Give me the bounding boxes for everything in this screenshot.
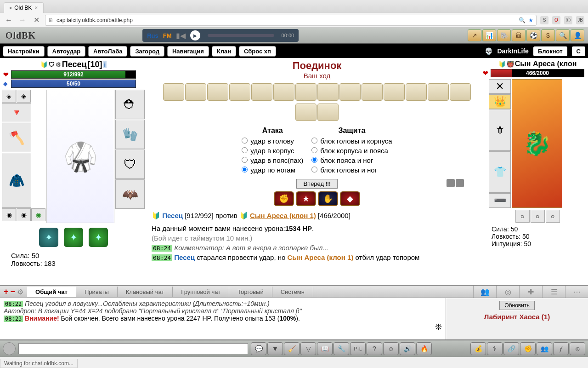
menu-nav[interactable]: Навигация	[167, 46, 209, 57]
bag-icon[interactable]: 💰	[470, 342, 486, 355]
chat-tab-general[interactable]: Общий чат	[27, 287, 76, 297]
slot-r-misc2[interactable]: ○	[531, 210, 545, 223]
username[interactable]: DarkInLife	[497, 47, 528, 55]
rune-4[interactable]: ◆	[340, 191, 360, 206]
star-icon[interactable]: ★	[528, 17, 533, 23]
top-icon-ball[interactable]: ⚽	[526, 29, 540, 41]
ext-icon-s[interactable]: S	[540, 16, 548, 24]
staff-icon[interactable]: ⚕	[487, 342, 503, 355]
browser-tab[interactable]: ▫ Old BK ×	[4, 2, 44, 13]
vs-player1[interactable]: Песец	[162, 212, 183, 219]
slot-necklace[interactable]: 🔻	[2, 103, 31, 122]
attack-option-1[interactable]: удар в корпус	[242, 147, 294, 155]
seek-bar[interactable]	[208, 34, 274, 37]
slot-gloves[interactable]: 🧤	[115, 120, 145, 149]
rune-2[interactable]: ★	[296, 191, 316, 206]
slot-weapon[interactable]: 🪓	[2, 123, 31, 152]
location-name[interactable]: Лабиринт Хаоса (1)	[449, 313, 585, 321]
stop-button[interactable]: ✕	[31, 15, 41, 25]
skill-1[interactable]: ✦	[39, 228, 58, 247]
chat-tab-system[interactable]: Системн	[272, 287, 313, 297]
demon-icon[interactable]: 👹	[507, 61, 514, 68]
funnel-icon[interactable]: ▽	[300, 342, 316, 355]
top-icon-bank[interactable]: 🏛	[512, 29, 526, 41]
top-icon-chart[interactable]: ↗	[468, 29, 481, 41]
menu-clan[interactable]: Клан	[212, 46, 236, 57]
slot-r-misc1[interactable]: ○	[515, 210, 530, 223]
slot-ring1[interactable]: ◉	[2, 208, 16, 221]
brush-icon[interactable]: 🧹	[284, 342, 300, 355]
group-icon[interactable]: 👥	[537, 342, 552, 355]
attack-option-0[interactable]: удар в голову	[242, 137, 294, 145]
refresh-button[interactable]: Обновить	[499, 301, 534, 310]
slot-armor[interactable]: 🧥	[2, 153, 31, 208]
link-icon[interactable]: 🔗	[503, 342, 519, 355]
slot-earring-l[interactable]: ◈	[2, 90, 16, 103]
chat-send-icon[interactable]: 💬	[251, 342, 266, 355]
shield-toggle-2[interactable]	[456, 179, 464, 187]
top-icon-search[interactable]: 🔍	[556, 29, 570, 41]
clan-icon[interactable]: 🛡	[49, 61, 55, 68]
slot-ring2[interactable]: ◉	[17, 208, 31, 221]
chat-input[interactable]	[18, 343, 248, 354]
chat-tab-clan[interactable]: Клановый чат	[118, 287, 173, 297]
ext-icon-jb[interactable]: JB	[576, 16, 584, 24]
play-button[interactable]: ▶	[190, 30, 200, 40]
smile-icon[interactable]: ☺	[383, 342, 399, 355]
exit-icon[interactable]: ⎋	[570, 342, 585, 355]
top-icon-beast[interactable]: 🐘	[497, 29, 511, 41]
chat-tab-trade[interactable]: Торговый	[229, 287, 272, 297]
rune-1[interactable]: ✊	[274, 191, 294, 206]
pl-icon[interactable]: P↓L	[350, 342, 366, 355]
chat-tab-private[interactable]: Приваты	[76, 287, 118, 297]
shield-toggle-1[interactable]	[447, 179, 455, 187]
top-icon-user[interactable]: 👤	[571, 29, 584, 41]
slot-r-weapon[interactable]: 🗡	[489, 109, 511, 151]
menu-outcity[interactable]: Загород	[130, 46, 164, 57]
game-logo[interactable]: OldBK	[0, 30, 41, 41]
fist-icon[interactable]: ✊	[520, 342, 536, 355]
ext-icon-h[interactable]: Ⓗ	[564, 16, 572, 24]
defense-option-3[interactable]: блок головы и ног	[311, 166, 377, 174]
defense-option-0[interactable]: блок головы и корпуса	[311, 137, 392, 145]
gear-icon[interactable]: ⚙	[17, 288, 23, 296]
skill-2[interactable]: ✦	[64, 228, 83, 247]
vs-player2[interactable]: Сын Ареса (клон 1)	[250, 212, 316, 219]
filter-icon[interactable]: ▼	[267, 342, 283, 355]
slot-r-belt[interactable]: ➖	[489, 193, 511, 208]
add-tab-button[interactable]: +	[4, 287, 9, 297]
back-button[interactable]: ←	[4, 15, 14, 25]
menu-resethp[interactable]: Сброс хп	[239, 46, 276, 57]
align-icon[interactable]: 🔰	[498, 61, 506, 68]
slot-r-misc3[interactable]: ○	[546, 210, 560, 223]
slot-ring3[interactable]: ◉	[31, 208, 45, 221]
menu-settings[interactable]: Настройки	[3, 46, 45, 57]
notepad-button[interactable]: Блокнот	[533, 46, 567, 56]
player-right-name[interactable]: Сын Ареса (клон	[515, 60, 577, 68]
side-tab-people[interactable]: 👥	[473, 286, 496, 298]
side-tab-more[interactable]: ⋯	[565, 286, 588, 298]
align-icon[interactable]: 🔰	[40, 61, 48, 68]
avatar[interactable]	[3, 342, 16, 355]
character-portrait-left[interactable]	[46, 90, 114, 223]
ext-icon-opera[interactable]: O	[552, 16, 560, 24]
player-left-name[interactable]: Песец	[62, 60, 87, 69]
forum-icon[interactable]: 𝑓	[553, 342, 569, 355]
chat-tab-group[interactable]: Групповой чат	[173, 287, 229, 297]
chat-log[interactable]: 08:22 Песец угодил в ловушку...Ослаблены…	[0, 298, 446, 339]
character-portrait-right[interactable]	[512, 79, 562, 208]
slot-r-neck[interactable]: ✕	[489, 79, 511, 94]
rune-3[interactable]: ✋	[318, 191, 338, 206]
defense-option-2[interactable]: блок пояса и ног	[311, 156, 373, 164]
sound-icon[interactable]: 🔊	[400, 342, 415, 355]
top-icon-stats[interactable]: 📊	[482, 29, 496, 41]
attack-option-2[interactable]: удар в пояс(пах)	[242, 156, 303, 164]
slot-helmet[interactable]: ⛑	[115, 90, 145, 119]
top-icon-coin[interactable]: $	[541, 29, 555, 41]
info-icon[interactable]: i	[103, 61, 107, 68]
wrench-icon[interactable]: 🔧	[334, 342, 349, 355]
side-tab-cross[interactable]: ✚	[519, 286, 542, 298]
defense-option-1[interactable]: блок корпуса и пояса	[311, 147, 388, 155]
torch-icon[interactable]: 🔥	[416, 342, 432, 355]
menu-autolab[interactable]: АвтоЛаба	[88, 46, 127, 57]
